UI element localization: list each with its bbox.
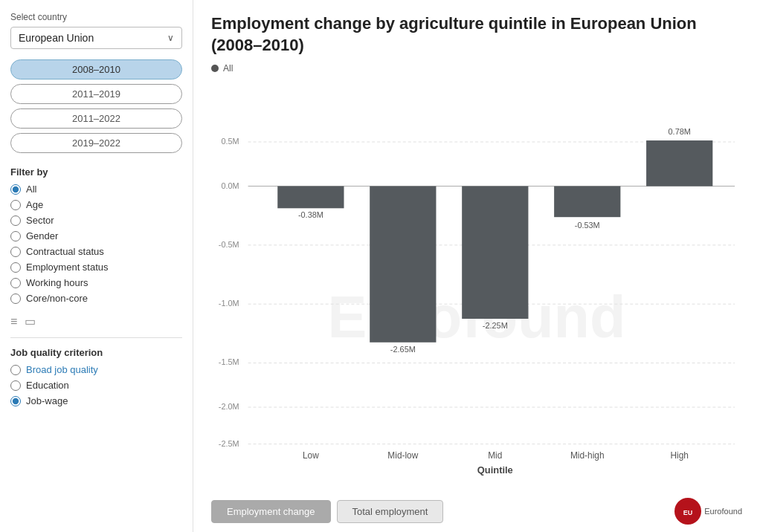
jq-radio-jobwage[interactable] bbox=[10, 396, 21, 406]
eurofound-logo: EU Eurofound bbox=[674, 498, 742, 525]
svg-text:-2.0M: -2.0M bbox=[219, 402, 239, 411]
chart-title: Employment change by agriculture quintil… bbox=[211, 13, 742, 56]
svg-text:-1.5M: -1.5M bbox=[219, 358, 239, 367]
export-icon[interactable]: ▭ bbox=[25, 314, 36, 328]
filter-icon[interactable]: ≡ bbox=[10, 315, 17, 328]
svg-text:-2.65M: -2.65M bbox=[390, 345, 416, 354]
chart-area: Eurofound 0.5M 0.0M -0.5M -1.0M -1.5M -2… bbox=[211, 80, 742, 492]
svg-text:-2.5M: -2.5M bbox=[219, 439, 239, 448]
jq-option-broad[interactable]: Broad job quality bbox=[10, 364, 182, 375]
employment-change-button[interactable]: Employment change bbox=[211, 500, 331, 523]
icon-row: ≡ ▭ bbox=[10, 314, 182, 328]
divider bbox=[10, 337, 182, 338]
filter-option-gender[interactable]: Gender bbox=[10, 230, 182, 241]
bar-high bbox=[646, 140, 712, 186]
svg-text:-2.25M: -2.25M bbox=[483, 321, 508, 330]
country-value: European Union bbox=[19, 32, 94, 44]
period-btn-1[interactable]: 2011–2019 bbox=[10, 84, 182, 104]
svg-text:Low: Low bbox=[303, 451, 319, 461]
jq-label-education: Education bbox=[26, 380, 69, 391]
bottom-buttons: Employment change Total employment bbox=[211, 500, 443, 523]
filter-option-employment-status[interactable]: Employment status bbox=[10, 262, 182, 273]
filter-label-contractual: Contractual status bbox=[26, 246, 104, 257]
main-content: Employment change by agriculture quintil… bbox=[193, 0, 760, 532]
filter-option-sector[interactable]: Sector bbox=[10, 215, 182, 226]
filter-label-age: Age bbox=[26, 199, 43, 210]
filter-radio-working-hours[interactable] bbox=[10, 278, 21, 288]
eurofound-icon: EU bbox=[674, 498, 701, 525]
svg-text:-1.0M: -1.0M bbox=[219, 299, 239, 308]
filter-option-all[interactable]: All bbox=[10, 184, 182, 195]
legend-dot bbox=[211, 65, 219, 72]
svg-text:0.0M: 0.0M bbox=[221, 181, 239, 190]
filter-radio-employment-status[interactable] bbox=[10, 262, 21, 273]
filter-label-gender: Gender bbox=[26, 230, 58, 241]
bottom-bar: Employment change Total employment EU Eu… bbox=[211, 498, 742, 525]
filter-option-working-hours[interactable]: Working hours bbox=[10, 277, 182, 288]
period-buttons-group: 2008–2010 2011–2019 2011–2022 2019–2022 bbox=[10, 59, 182, 153]
filter-radio-age[interactable] bbox=[10, 200, 21, 210]
svg-text:EU: EU bbox=[683, 509, 693, 516]
bar-chart: Eurofound 0.5M 0.0M -0.5M -1.0M -1.5M -2… bbox=[211, 80, 742, 492]
legend-label: All bbox=[223, 63, 233, 74]
chart-legend: All bbox=[211, 63, 742, 74]
period-btn-3[interactable]: 2019–2022 bbox=[10, 133, 182, 153]
filter-option-age[interactable]: Age bbox=[10, 199, 182, 210]
filter-section: Filter by All Age Sector Gender bbox=[10, 166, 182, 304]
country-dropdown[interactable]: European Union ∨ bbox=[10, 27, 182, 49]
jq-option-education[interactable]: Education bbox=[10, 380, 182, 391]
filter-option-core[interactable]: Core/non-core bbox=[10, 293, 182, 304]
svg-text:-0.53M: -0.53M bbox=[575, 221, 600, 230]
svg-text:Quintile: Quintile bbox=[477, 464, 513, 476]
period-btn-2[interactable]: 2011–2022 bbox=[10, 108, 182, 129]
filter-option-contractual[interactable]: Contractual status bbox=[10, 246, 182, 257]
filter-radio-sector[interactable] bbox=[10, 215, 21, 226]
jq-label-broad: Broad job quality bbox=[26, 364, 98, 375]
select-country-label: Select country bbox=[10, 12, 182, 22]
filter-label-sector: Sector bbox=[26, 215, 54, 226]
bar-low bbox=[277, 186, 344, 209]
period-btn-0[interactable]: 2008–2010 bbox=[10, 59, 182, 80]
filter-radio-all[interactable] bbox=[10, 184, 21, 195]
filter-radio-contractual[interactable] bbox=[10, 247, 21, 257]
job-quality-radio-group: Broad job quality Education Job-wage bbox=[10, 364, 182, 406]
svg-text:-0.38M: -0.38M bbox=[298, 210, 323, 219]
filter-radio-gender[interactable] bbox=[10, 231, 21, 241]
bar-midlow bbox=[370, 186, 436, 343]
jq-label-jobwage: Job-wage bbox=[26, 395, 68, 406]
jq-radio-education[interactable] bbox=[10, 380, 21, 391]
total-employment-button[interactable]: Total employment bbox=[337, 500, 444, 523]
filter-by-title: Filter by bbox=[10, 166, 182, 178]
svg-text:High: High bbox=[670, 451, 688, 461]
jq-radio-broad[interactable] bbox=[10, 365, 21, 375]
svg-text:0.78M: 0.78M bbox=[669, 127, 691, 136]
sidebar: Select country European Union ∨ 2008–201… bbox=[0, 0, 193, 532]
svg-text:Mid-high: Mid-high bbox=[570, 451, 605, 461]
bar-mid bbox=[462, 186, 528, 319]
filter-radio-core[interactable] bbox=[10, 293, 21, 304]
svg-text:0.5M: 0.5M bbox=[221, 137, 239, 146]
filter-radio-group: All Age Sector Gender Contractual status bbox=[10, 184, 182, 304]
svg-text:Mid-low: Mid-low bbox=[387, 451, 418, 461]
job-quality-section: Job quality criterion Broad job quality … bbox=[10, 347, 182, 406]
filter-label-core: Core/non-core bbox=[26, 293, 88, 304]
filter-label-working-hours: Working hours bbox=[26, 277, 88, 288]
chevron-down-icon: ∨ bbox=[167, 33, 174, 43]
filter-label-employment-status: Employment status bbox=[26, 262, 109, 273]
eurofound-label: Eurofound bbox=[704, 507, 742, 516]
jq-option-jobwage[interactable]: Job-wage bbox=[10, 395, 182, 406]
svg-text:-0.5M: -0.5M bbox=[219, 240, 239, 249]
job-quality-title: Job quality criterion bbox=[10, 347, 182, 358]
filter-label-all: All bbox=[26, 184, 36, 195]
svg-text:Mid: Mid bbox=[488, 451, 502, 461]
bar-midhigh bbox=[554, 186, 620, 218]
